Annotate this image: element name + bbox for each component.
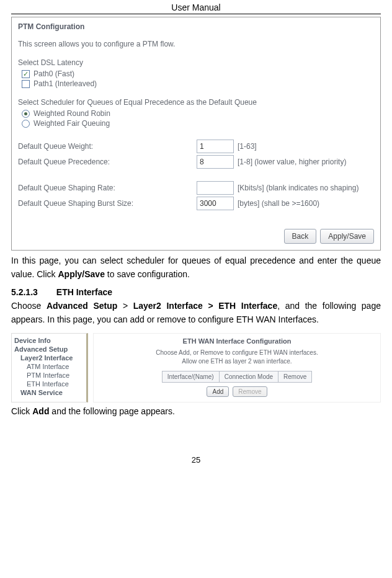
ptm-config-screenshot: PTM Configuration This screen allows you… <box>11 17 381 251</box>
header-rule <box>11 14 381 14</box>
latency-option-path0[interactable]: ✓ Path0 (Fast) <box>22 69 374 78</box>
queue-precedence-input[interactable] <box>197 155 234 169</box>
sidebar-item-device-info[interactable]: Device Info <box>14 336 86 345</box>
field-label: Default Queue Shaping Burst Size: <box>18 199 197 208</box>
field-hint: [1-8] (lower value, higher priority) <box>238 158 346 166</box>
paragraph-eth-nav: Choose Advanced Setup > Layer2 Interface… <box>11 300 381 326</box>
field-queue-precedence: Default Queue Precedence: [1-8] (lower v… <box>18 155 374 169</box>
nav-sidebar: Device Info Advanced Setup Layer2 Interf… <box>11 333 88 402</box>
ptm-desc: This screen allows you to configure a PT… <box>18 40 374 48</box>
sidebar-item-ptm[interactable]: PTM Interface <box>14 371 86 380</box>
latency-option-label: Path0 (Fast) <box>33 69 74 78</box>
shaping-rate-input[interactable] <box>197 181 234 195</box>
field-label: Default Queue Precedence: <box>18 158 197 166</box>
latency-option-path1[interactable]: Path1 (Interleaved) <box>22 79 374 88</box>
scheduler-option-label: Weighted Round Robin <box>33 109 110 118</box>
checkbox-checked-icon[interactable]: ✓ <box>22 70 30 78</box>
sidebar-item-eth[interactable]: ETH Interface <box>14 380 86 388</box>
field-shaping-rate: Default Queue Shaping Rate: [Kbits/s] (b… <box>18 181 374 195</box>
queue-weight-input[interactable] <box>197 140 234 153</box>
scheduler-option-label: Weighted Fair Queuing <box>33 119 110 128</box>
latency-option-label: Path1 (Interleaved) <box>33 79 97 88</box>
section-heading: 5.2.1.3 ETH Interface <box>11 287 381 297</box>
field-label: Default Queue Shaping Rate: <box>18 184 197 192</box>
paragraph-ptm-explain: In this page, you can select scheduler f… <box>11 254 381 281</box>
section-number: 5.2.1.3 <box>11 287 38 297</box>
shaping-burst-input[interactable] <box>197 197 234 210</box>
col-connection-mode: Connection Mode <box>219 371 278 382</box>
doc-header-title: User Manual <box>11 0 381 14</box>
sidebar-item-advanced-setup[interactable]: Advanced Setup <box>14 345 86 353</box>
field-queue-weight: Default Queue Weight: [1-63] <box>18 140 374 153</box>
radio-unselected-icon[interactable] <box>22 120 30 128</box>
field-hint: [Kbits/s] (blank indicates no shaping) <box>238 184 359 192</box>
sidebar-item-layer2[interactable]: Layer2 Interface <box>14 353 86 362</box>
field-hint: [1-63] <box>238 142 257 151</box>
remove-button[interactable]: Remove <box>233 386 267 397</box>
col-interface-name: Interface/(Name) <box>162 371 219 382</box>
page-number: 25 <box>11 455 381 471</box>
eth-panel-desc: Choose Add, or Remove to configure ETH W… <box>99 349 375 366</box>
back-button[interactable]: Back <box>284 229 317 244</box>
apply-save-button[interactable]: Apply/Save <box>320 229 374 244</box>
eth-interface-screenshot: Device Info Advanced Setup Layer2 Interf… <box>11 333 381 402</box>
scheduler-label: Select Scheduler for Queues of Equal Pre… <box>18 98 374 107</box>
checkbox-empty-icon[interactable] <box>22 80 30 88</box>
radio-selected-icon[interactable] <box>22 110 30 118</box>
add-button[interactable]: Add <box>207 386 229 397</box>
scheduler-option-wrr[interactable]: Weighted Round Robin <box>22 109 374 118</box>
field-hint: [bytes] (shall be >=1600) <box>238 199 319 208</box>
ptm-title: PTM Configuration <box>18 22 374 31</box>
paragraph-click-add: Click Add and the following page appears… <box>11 405 381 419</box>
field-shaping-burst: Default Queue Shaping Burst Size: [bytes… <box>18 197 374 210</box>
field-label: Default Queue Weight: <box>18 142 197 151</box>
sidebar-item-wan-service[interactable]: WAN Service <box>14 388 86 397</box>
eth-interface-table: Interface/(Name) Connection Mode Remove <box>162 371 313 383</box>
eth-main-panel: ETH WAN Interface Configuration Choose A… <box>93 333 381 402</box>
sidebar-item-atm[interactable]: ATM Interface <box>14 362 86 371</box>
dsl-latency-label: Select DSL Latency <box>18 58 374 67</box>
scheduler-option-wfq[interactable]: Weighted Fair Queuing <box>22 119 374 128</box>
eth-panel-title: ETH WAN Interface Configuration <box>99 336 375 349</box>
col-remove: Remove <box>278 371 312 382</box>
section-title: ETH Interface <box>56 287 112 297</box>
